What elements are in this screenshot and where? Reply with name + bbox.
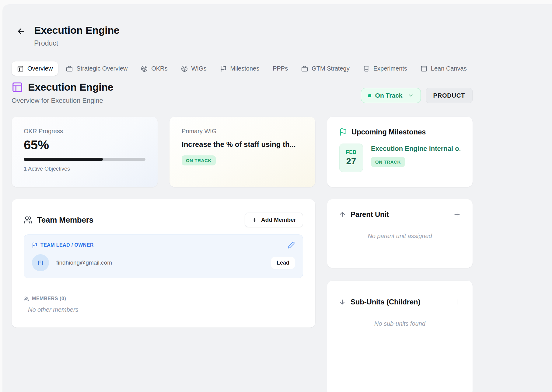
tab-label: GTM Strategy <box>312 65 349 72</box>
lead-role-badge: Lead <box>271 257 295 269</box>
users-icon <box>24 296 29 301</box>
pencil-icon <box>288 241 295 249</box>
window-title: Execution Engine <box>34 24 119 36</box>
team-members-card: Team Members Add Member TEAM LEAD / OWNE… <box>12 199 315 328</box>
tab-overview[interactable]: Overview <box>12 61 58 76</box>
tab-strategic-overview[interactable]: Strategic Overview <box>61 61 133 76</box>
briefcase-icon <box>66 65 73 72</box>
tab-milestones[interactable]: Milestones <box>215 61 265 76</box>
milestone-date-box: FEB 27 <box>339 144 363 172</box>
members-count-label: MEMBERS (0) <box>32 296 66 301</box>
tab-label: Strategic Overview <box>76 65 128 72</box>
chevron-down-icon <box>408 92 414 99</box>
tab-label: PPPs <box>273 65 288 72</box>
parent-unit-title: Parent Unit <box>351 210 389 219</box>
flag-icon <box>32 242 37 248</box>
tab-label: Milestones <box>230 65 260 72</box>
flag-icon <box>220 65 227 72</box>
team-lead-section: TEAM LEAD / OWNER FI findhiong@gmail.com… <box>24 234 303 278</box>
progress-bar-track <box>24 158 145 161</box>
okr-progress-card[interactable]: OKR Progress 65% 1 Active Objectives <box>12 117 158 187</box>
okr-progress-label: OKR Progress <box>24 128 145 135</box>
panels-top-left-icon <box>421 65 427 72</box>
arrow-left-icon <box>16 27 26 36</box>
plus-icon <box>453 210 461 218</box>
add-member-label: Add Member <box>261 217 296 223</box>
page-subtitle: Overview for Execution Engine <box>12 97 113 105</box>
edit-lead-button[interactable] <box>288 241 295 249</box>
milestone-title[interactable]: Execution Engine internal o... <box>371 145 460 153</box>
tab-okrs[interactable]: OKRs <box>135 61 173 76</box>
progress-bar-fill <box>24 158 103 161</box>
okr-progress-value: 65% <box>24 138 145 152</box>
summary-cards-row: OKR Progress 65% 1 Active Objectives Pri… <box>12 117 473 187</box>
lead-email: findhiong@gmail.com <box>56 259 264 266</box>
hierarchy-column: Parent Unit No parent unit assigned Sub-… <box>327 199 473 392</box>
tab-label: OKRs <box>151 65 167 72</box>
tab-ppps[interactable]: PPPs <box>267 61 293 76</box>
app-window: Execution Engine Product Overview Strate… <box>2 4 552 392</box>
back-button[interactable] <box>16 27 26 36</box>
sub-units-card: Sub-Units (Children) No sub-units found <box>327 281 473 392</box>
status-badge: ON TRACK <box>371 157 405 167</box>
add-parent-unit-button[interactable] <box>453 210 461 218</box>
upcoming-milestones-title: Upcoming Milestones <box>351 128 426 136</box>
tab-label: Experiments <box>373 65 407 72</box>
plus-icon <box>252 217 257 223</box>
status-badge: ON TRACK <box>182 155 216 165</box>
window-subtitle: Product <box>34 39 119 47</box>
primary-wig-label: Primary WIG <box>182 128 303 135</box>
arrow-down-icon <box>339 298 346 306</box>
sub-units-title: Sub-Units (Children) <box>351 298 420 306</box>
tab-bar: Overview Strategic Overview OKRs WIGs Mi… <box>12 61 472 76</box>
milestone-month: FEB <box>346 149 357 155</box>
briefcase-icon <box>301 65 308 72</box>
plus-icon <box>453 298 461 306</box>
sub-units-empty-text: No sub-units found <box>339 320 461 327</box>
team-members-title: Team Members <box>37 215 93 225</box>
members-empty-text: No other members <box>28 306 303 313</box>
tab-experiments[interactable]: Experiments <box>358 61 413 76</box>
target-icon <box>141 65 148 72</box>
milestone-item[interactable]: FEB 27 Execution Engine internal o... ON… <box>339 144 460 172</box>
primary-wig-card[interactable]: Primary WIG Increase the % of staff usin… <box>169 117 315 187</box>
panels-top-left-icon <box>17 65 24 72</box>
team-lead-label: TEAM LEAD / OWNER <box>40 242 94 248</box>
status-dropdown[interactable]: On Track <box>361 88 421 103</box>
beaker-icon <box>363 65 370 72</box>
arrow-up-icon <box>339 211 346 218</box>
okr-progress-footer: 1 Active Objectives <box>24 166 145 172</box>
tab-lean-canvas[interactable]: Lean Canvas <box>415 61 472 76</box>
parent-unit-card: Parent Unit No parent unit assigned <box>327 199 473 268</box>
status-label: On Track <box>375 92 403 99</box>
primary-wig-title: Increase the % of staff using th... <box>182 140 303 149</box>
tab-label: WIGs <box>191 65 207 72</box>
users-icon <box>24 216 32 224</box>
parent-unit-empty-text: No parent unit assigned <box>339 233 461 240</box>
status-dot-icon <box>368 94 371 97</box>
page-title-row: Execution Engine Overview for Execution … <box>12 81 473 105</box>
avatar: FI <box>32 254 49 271</box>
add-sub-unit-button[interactable] <box>453 298 461 306</box>
page-title: Execution Engine <box>28 81 113 93</box>
lower-section: Team Members Add Member TEAM LEAD / OWNE… <box>12 199 473 392</box>
page-header: Execution Engine Product <box>12 24 552 47</box>
flag-icon <box>339 128 347 136</box>
add-member-button[interactable]: Add Member <box>245 213 303 227</box>
team-lead-row: FI findhiong@gmail.com Lead <box>32 254 295 271</box>
tab-wigs[interactable]: WIGs <box>176 61 212 76</box>
upcoming-milestones-card: Upcoming Milestones FEB 27 Execution Eng… <box>327 117 473 187</box>
tab-gtm-strategy[interactable]: GTM Strategy <box>296 61 355 76</box>
milestone-day: 27 <box>346 156 356 166</box>
tab-label: Overview <box>27 65 53 72</box>
tab-label: Lean Canvas <box>431 65 467 72</box>
panels-top-left-icon <box>12 82 23 93</box>
unit-type-badge: PRODUCT <box>426 88 473 103</box>
target-icon <box>181 65 188 72</box>
